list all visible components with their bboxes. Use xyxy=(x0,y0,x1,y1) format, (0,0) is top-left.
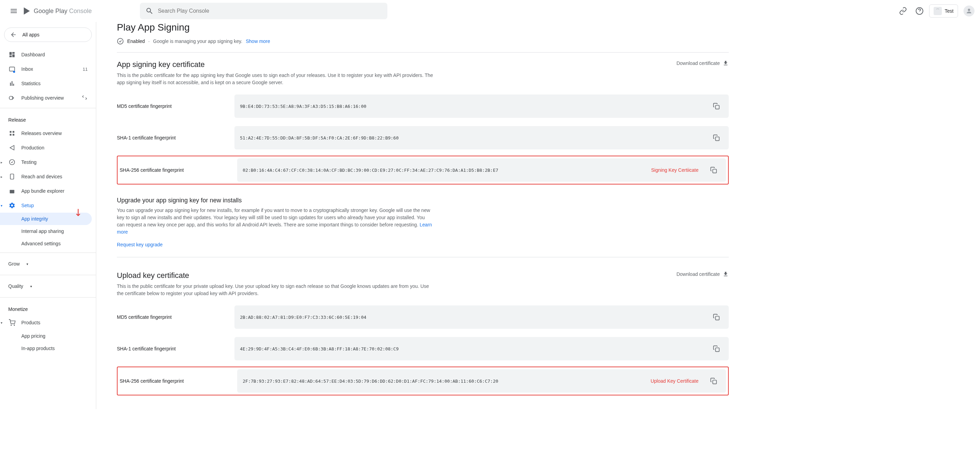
fingerprint-label: SHA-256 certificate fingerprint xyxy=(119,378,226,384)
copy-button[interactable] xyxy=(710,310,723,324)
sidebar-item-label: Dashboard xyxy=(21,52,45,57)
user-avatar[interactable] xyxy=(964,5,975,16)
separator: · xyxy=(148,38,150,44)
search-bar[interactable] xyxy=(140,3,387,19)
logo-text-console: Console xyxy=(69,8,92,14)
sha256-upload-value: 2F:7B:93:27:93:E7:82:48:AD:64:57:EE:D4:0… xyxy=(243,379,701,384)
svg-point-12 xyxy=(11,325,12,326)
sidebar-item-setup[interactable]: ▾ Setup xyxy=(0,198,96,213)
search-icon xyxy=(145,7,154,15)
chevron-down-icon: ▾ xyxy=(27,262,28,266)
dashboard-icon xyxy=(8,51,16,59)
svg-rect-19 xyxy=(716,348,719,352)
page-title: Play App Signing xyxy=(117,22,729,33)
link-button[interactable] xyxy=(896,4,910,18)
sidebar-item-inbox[interactable]: Inbox 11 xyxy=(0,62,96,76)
link-icon xyxy=(899,7,907,15)
publishing-icon xyxy=(8,94,16,102)
sidebar-item-inapp-products[interactable]: In-app products xyxy=(0,342,96,355)
expand-icon: ▸ xyxy=(1,160,2,164)
notification-dot xyxy=(13,71,15,73)
logo[interactable]: Google Play Console xyxy=(22,6,92,16)
download-label: Download certificate xyxy=(676,60,720,66)
sidebar-item-dashboard[interactable]: Dashboard xyxy=(0,48,96,62)
svg-point-13 xyxy=(14,325,15,326)
download-signing-cert[interactable]: Download certificate xyxy=(676,60,729,66)
search-input[interactable] xyxy=(158,8,382,14)
sidebar-item-label: Statistics xyxy=(21,81,41,86)
sidebar-item-label: App bundle explorer xyxy=(21,188,64,194)
copy-icon xyxy=(713,345,720,352)
arrow-back-icon xyxy=(10,31,17,38)
download-upload-cert[interactable]: Download certificate xyxy=(676,271,729,277)
managed-icon xyxy=(81,95,88,102)
check-circle-icon xyxy=(117,38,124,44)
copy-button[interactable] xyxy=(710,342,723,355)
show-more-link[interactable]: Show more xyxy=(246,38,270,44)
md5-signing-value: 9B:E4:DD:73:53:5E:A8:9A:3F:A3:D5:15:B8:A… xyxy=(240,104,704,109)
fingerprint-label: SHA-1 certificate fingerprint xyxy=(117,346,223,352)
svg-rect-16 xyxy=(716,137,719,141)
sha1-upload-row: SHA-1 certificate fingerprint 4E:29:9D:4… xyxy=(117,337,729,360)
sidebar-item-app-pricing[interactable]: App pricing xyxy=(0,330,96,342)
sidebar-item-quality[interactable]: Quality ▾ xyxy=(0,278,96,294)
cart-icon xyxy=(8,319,16,327)
sidebar-item-releases-overview[interactable]: Releases overview xyxy=(0,126,96,141)
sidebar-item-statistics[interactable]: Statistics xyxy=(0,76,96,91)
svg-point-14 xyxy=(118,38,123,44)
sha1-upload-value: 4E:29:9D:4F:A5:3B:C4:4F:E0:6B:3B:A8:FF:1… xyxy=(240,346,704,352)
sha1-signing-row: SHA-1 certificate fingerprint 51:A2:4E:7… xyxy=(117,126,729,149)
sidebar-item-label: App integrity xyxy=(21,216,48,222)
md5-signing-row: MD5 certificate fingerprint 9B:E4:DD:73:… xyxy=(117,95,729,118)
fingerprint-label: SHA-1 certificate fingerprint xyxy=(117,135,223,141)
sidebar-item-label: Products xyxy=(21,320,40,325)
sidebar-item-production[interactable]: Production xyxy=(0,141,96,155)
svg-rect-20 xyxy=(713,380,717,384)
sidebar-item-label: Grow xyxy=(8,261,20,266)
hamburger-menu[interactable] xyxy=(5,3,22,19)
svg-rect-8 xyxy=(13,134,14,136)
app-selector[interactable]: Test xyxy=(929,5,958,17)
sidebar-item-advanced[interactable]: Advanced settings xyxy=(0,237,96,250)
upgrade-title: Upgrade your app signing key for new ins… xyxy=(117,197,729,204)
sidebar-item-internal-sharing[interactable]: Internal app sharing xyxy=(0,225,96,237)
copy-button[interactable] xyxy=(710,99,723,113)
sidebar-item-app-integrity[interactable]: App integrity xyxy=(0,213,92,225)
sidebar-item-reach[interactable]: ▸ Reach and devices xyxy=(0,170,96,184)
sidebar-item-publishing[interactable]: Publishing overview xyxy=(0,91,96,105)
sidebar-item-label: Testing xyxy=(21,159,37,165)
md5-upload-value: 2B:AD:88:02:A7:81:D9:E0:F7:C3:33:6C:60:5… xyxy=(240,315,704,320)
all-apps-label: All apps xyxy=(22,32,40,38)
copy-button[interactable] xyxy=(707,374,721,388)
help-button[interactable] xyxy=(913,4,926,18)
help-icon xyxy=(915,7,924,15)
logo-text-play: Google Play xyxy=(34,8,67,14)
statistics-icon xyxy=(8,80,16,87)
download-icon xyxy=(722,271,729,277)
sidebar-item-label: Setup xyxy=(21,203,34,208)
upload-section-desc: This is the public certificate for your … xyxy=(117,283,433,297)
copy-button[interactable] xyxy=(710,131,723,144)
request-key-upgrade-link[interactable]: Request key upgrade xyxy=(117,242,162,247)
app-icon xyxy=(934,7,942,15)
expand-icon: ▾ xyxy=(1,204,2,208)
svg-point-2 xyxy=(968,9,970,11)
svg-rect-6 xyxy=(13,131,14,133)
sidebar-item-testing[interactable]: ▸ Testing xyxy=(0,155,96,170)
sidebar-item-label: Production xyxy=(21,145,45,151)
sidebar-item-label: Inbox xyxy=(21,66,33,72)
app-name: Test xyxy=(945,8,953,14)
sidebar-item-label: Publishing overview xyxy=(21,95,64,101)
sidebar-item-grow[interactable]: Grow ▾ xyxy=(0,255,96,272)
copy-button[interactable] xyxy=(707,163,721,177)
chevron-down-icon: ▾ xyxy=(30,284,32,288)
sha256-signing-highlight: SHA-256 certificate fingerprint 02:B0:16… xyxy=(117,155,729,184)
sidebar-item-bundle[interactable]: App bundle explorer xyxy=(0,184,96,198)
fingerprint-label: SHA-256 certificate fingerprint xyxy=(119,167,226,173)
sha256-signing-value: 02:B0:16:4A:C4:67:CF:C0:38:14:0A:CF:BD:B… xyxy=(243,168,701,173)
sidebar-item-products[interactable]: ▾ Products xyxy=(0,316,96,330)
svg-rect-7 xyxy=(10,134,11,136)
sidebar-item-label: Advanced settings xyxy=(21,241,60,246)
sha256-upload-highlight: SHA-256 certificate fingerprint 2F:7B:93… xyxy=(117,366,729,395)
all-apps-button[interactable]: All apps xyxy=(4,27,92,42)
